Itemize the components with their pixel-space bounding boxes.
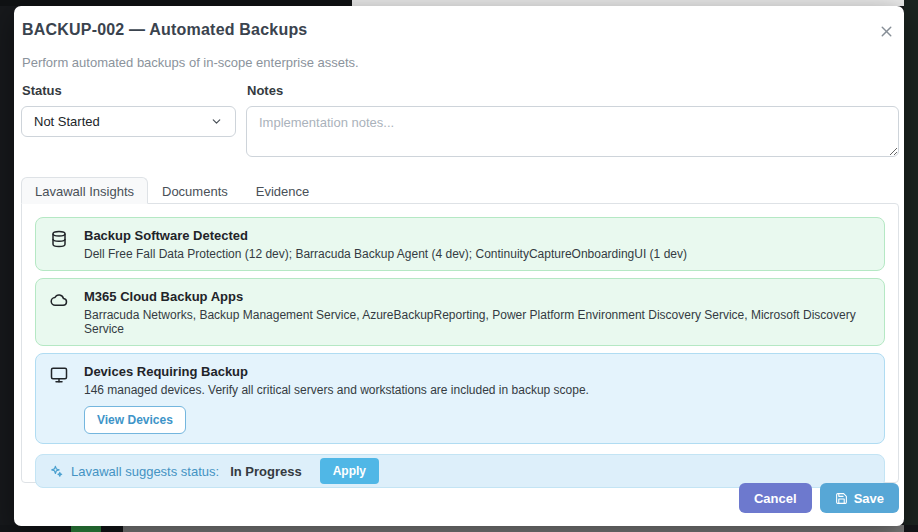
save-button[interactable]: Save [820,483,899,513]
chevron-down-icon [210,115,223,128]
suggestion-text: Lavawall suggests status: [71,464,219,479]
close-button[interactable] [876,21,897,42]
save-label: Save [854,491,884,506]
insight-card-backup-software: Backup Software Detected Dell Free Fall … [35,217,885,271]
tab-evidence[interactable]: Evidence [242,177,323,204]
tab-documents[interactable]: Documents [148,177,242,204]
backdrop-green-accent [71,525,101,532]
insight-body: 146 managed devices. Verify all critical… [84,383,589,397]
status-label: Status [22,83,236,98]
modal-footer: Cancel Save [21,483,899,513]
modal-header: BACKUP-002 — Automated Backups [21,6,899,42]
backup-modal: BACKUP-002 — Automated Backups Perform a… [14,6,904,526]
backdrop-gray-page [123,525,904,532]
insight-title: Backup Software Detected [84,227,687,243]
status-select[interactable]: Not Started [21,106,236,137]
cancel-button[interactable]: Cancel [739,483,812,513]
monitor-icon [50,363,68,434]
status-field: Status Not Started [21,83,236,161]
insight-content: M365 Cloud Backup Apps Barracuda Network… [84,288,870,336]
save-icon [835,492,848,505]
insight-content: Devices Requiring Backup 146 managed dev… [84,363,589,434]
modal-title: BACKUP-002 — Automated Backups [22,21,307,39]
insight-body: Dell Free Fall Data Protection (12 dev);… [84,247,687,261]
insight-title: Devices Requiring Backup [84,363,589,379]
apply-button[interactable]: Apply [320,458,379,484]
insight-content: Backup Software Detected Dell Free Fall … [84,227,687,261]
insights-panel: Backup Software Detected Dell Free Fall … [21,203,899,483]
tab-lavawall-insights[interactable]: Lavawall Insights [21,177,148,204]
insight-card-devices: Devices Requiring Backup 146 managed dev… [35,353,885,444]
tab-bar: Lavawall Insights Documents Evidence [21,177,899,203]
insight-title: M365 Cloud Backup Apps [84,288,870,304]
close-icon [878,23,895,40]
insight-card-m365-cloud: M365 Cloud Backup Apps Barracuda Network… [35,278,885,346]
notes-label: Notes [247,83,899,98]
suggestion-status: In Progress [230,464,302,479]
sparkles-icon [49,464,63,478]
screen-backdrop: BACKUP-002 — Automated Backups Perform a… [0,0,918,532]
cancel-label: Cancel [754,491,797,506]
insight-body: Barracuda Networks, Backup Management Se… [84,308,870,336]
form-row: Status Not Started Notes [21,83,899,161]
backdrop-bottom-strip [0,525,918,532]
notes-input[interactable] [246,106,899,157]
database-icon [50,227,68,261]
status-selected-value: Not Started [34,114,100,129]
modal-subtitle: Perform automated backups of in-scope en… [22,55,899,70]
view-devices-button[interactable]: View Devices [84,406,186,434]
backdrop-right-strip [904,0,918,532]
notes-field: Notes [246,83,899,161]
cloud-icon [50,288,68,336]
